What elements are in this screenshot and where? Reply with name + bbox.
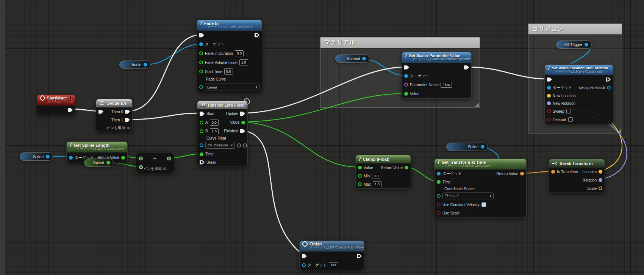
target-pin[interactable]	[69, 156, 73, 160]
variable-pill-speed[interactable]: Speed	[84, 158, 114, 167]
sweep-hit-result-pin[interactable]	[607, 86, 611, 90]
exec-in-pin[interactable]	[199, 33, 204, 37]
new-rotation-pin[interactable]	[547, 101, 551, 105]
min-pin[interactable]	[358, 174, 362, 178]
kill-trigger-output-pin[interactable]	[585, 43, 588, 47]
b-pin[interactable]	[200, 129, 203, 133]
value-out-pin[interactable]	[241, 121, 245, 124]
curve-use-asset-icon[interactable]	[237, 143, 241, 148]
sweep-pin[interactable]	[547, 109, 551, 113]
variable-pill-spline[interactable]: Spline	[20, 152, 53, 161]
parameter-name-pin[interactable]	[404, 83, 408, 87]
coordinate-space-pin[interactable]	[437, 194, 441, 198]
node-get-transform-at-time[interactable]: ƒ Get Transform at Time ターゲットは Spline Co…	[434, 158, 527, 218]
exec-out-pin[interactable]	[255, 33, 259, 37]
node-sequence[interactable]: Sequence Then 0 Then 1 ピンを追加⊕	[96, 99, 133, 132]
audio-output-pin[interactable]	[144, 63, 147, 67]
in-transform-pin[interactable]	[551, 170, 555, 174]
add-pin-button[interactable]: ピンを追加⊕	[136, 166, 174, 171]
target-pin[interactable]	[302, 263, 306, 267]
node-fade-in[interactable]: ƒ Fade In ターゲットは Audio Component ターゲット F…	[197, 20, 262, 92]
node-set-scalar-parameter-value[interactable]: ƒ Set Scalar Parameter Value ターゲットは Mate…	[402, 52, 472, 99]
target-pin[interactable]	[437, 172, 441, 176]
fade-curve-dropdown[interactable]: Linear▾	[205, 84, 259, 90]
use-constant-velocity-checkbox[interactable]: ✓	[481, 202, 486, 207]
a-input[interactable]: 0.0	[210, 120, 219, 126]
exec-in-pin[interactable]	[98, 110, 103, 114]
node-break-transform[interactable]: Break Transform In Transform Location Ro…	[549, 159, 605, 193]
min-input[interactable]: 0.0	[372, 173, 380, 179]
use-scale-checkbox[interactable]	[462, 211, 466, 215]
spline-output-pin[interactable]	[46, 155, 50, 158]
exec-in-pin[interactable]	[547, 78, 552, 82]
teleport-pin[interactable]	[547, 118, 551, 121]
volume-input[interactable]: 1.0	[239, 59, 248, 65]
target-pin[interactable]	[404, 74, 408, 78]
exec-out-pin[interactable]	[357, 254, 362, 258]
node-start-water[interactable]: StartWater カスタムイベント	[37, 95, 75, 115]
time-pin[interactable]	[200, 152, 203, 156]
exec-break-pin[interactable]	[200, 160, 205, 165]
exec-in-pin[interactable]	[302, 254, 307, 258]
parameter-name-input[interactable]: Flow	[441, 82, 452, 88]
fade-curve-pin[interactable]	[199, 85, 203, 89]
exec-start-pin[interactable]	[200, 112, 205, 116]
comment-resize-handle[interactable]	[617, 129, 621, 133]
new-location-pin[interactable]	[547, 94, 551, 98]
target-pin[interactable]	[547, 86, 551, 90]
scale-pin[interactable]	[599, 186, 602, 190]
curve-browse-icon[interactable]	[243, 143, 247, 148]
curve-float-dropdown[interactable]: CV_OmnLiner▾	[205, 142, 235, 149]
exec-out-pin[interactable]	[68, 108, 73, 112]
exec-then0-pin[interactable]	[125, 110, 130, 114]
use-constant-velocity-pin[interactable]	[437, 203, 441, 207]
rotation-pin[interactable]	[599, 178, 602, 182]
target-self-input[interactable]: self	[329, 262, 338, 268]
teleport-checkbox[interactable]	[568, 117, 573, 122]
return-value-pin[interactable]	[121, 156, 125, 160]
exec-in-pin[interactable]	[404, 65, 409, 70]
start-time-pin[interactable]	[199, 70, 203, 73]
variable-pill-kill-trigger[interactable]: Kill Trigger	[556, 40, 592, 49]
speed-output-pin[interactable]	[106, 161, 110, 165]
node-clamp-float[interactable]: ƒ Clamp (Float) Value Return Value Min0.…	[355, 155, 411, 189]
value-pin[interactable]	[404, 92, 408, 96]
sweep-checkbox[interactable]	[566, 109, 571, 113]
material-output-pin[interactable]	[362, 57, 366, 61]
variable-pill-material[interactable]: Material	[335, 54, 369, 63]
exec-out-pin[interactable]	[464, 65, 469, 70]
spline-output-pin[interactable]	[481, 145, 485, 149]
max-pin[interactable]	[358, 182, 362, 186]
max-input[interactable]: 1.0	[373, 181, 381, 187]
value-pin[interactable]	[358, 166, 362, 169]
coordinate-space-dropdown[interactable]: ワールド▾	[442, 193, 494, 199]
exec-then1-pin[interactable]	[125, 118, 130, 122]
blueprint-graph[interactable]: マテリアル コリジョン	[0, 0, 644, 275]
return-value-pin[interactable]	[405, 166, 408, 169]
variable-pill-spline-2[interactable]: Spline	[446, 143, 488, 151]
location-pin[interactable]	[599, 170, 602, 174]
node-finish[interactable]: Finish ターゲットは BP Change Actor Water ターゲッ…	[299, 241, 364, 270]
node-set-world-location-and-rotation[interactable]: ƒ Set World Location And Rotation ターゲットは…	[544, 64, 613, 124]
curve-float-pin[interactable]	[200, 143, 203, 147]
node-divide[interactable]: ÷ ピンを追加⊕	[136, 153, 174, 173]
a-pin[interactable]	[200, 121, 203, 124]
add-pin-button[interactable]: ピンを追加⊕	[107, 126, 130, 131]
duration-input[interactable]: 5.0	[235, 50, 244, 56]
fade-in-duration-pin[interactable]	[199, 51, 203, 55]
start-time-input[interactable]: 0.0	[224, 68, 233, 75]
fade-volume-pin[interactable]	[199, 61, 203, 64]
exec-finished-pin[interactable]	[240, 129, 245, 133]
exec-update-pin[interactable]	[240, 112, 245, 116]
return-value-pin[interactable]	[520, 172, 524, 176]
b-input[interactable]: 1.0	[210, 128, 219, 134]
node-timeline-lerp-float[interactable]: M Timeline Lerp Float Start Update A0.0 …	[197, 101, 248, 166]
comment-title[interactable]: マテリアル	[320, 37, 480, 48]
target-pin[interactable]	[199, 42, 203, 46]
comment-resize-handle[interactable]	[475, 103, 479, 107]
exec-out-pin[interactable]	[606, 78, 611, 82]
variable-pill-audio[interactable]: Audio	[119, 61, 151, 69]
comment-title[interactable]: コリジョン	[528, 24, 622, 34]
time-pin[interactable]	[437, 180, 441, 184]
use-scale-pin[interactable]	[437, 211, 441, 215]
